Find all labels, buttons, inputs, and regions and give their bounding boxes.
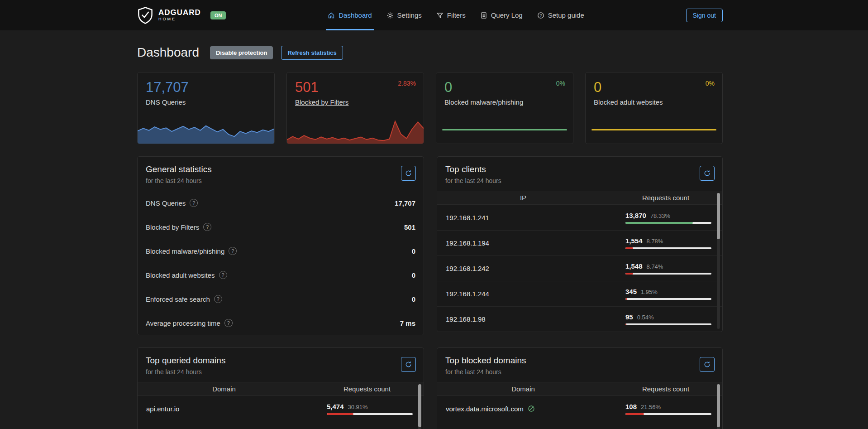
nav-item-filters[interactable]: Filters [436,0,466,30]
page-header: Dashboard Disable protection Refresh sta… [137,45,723,60]
page-title: Dashboard [137,45,199,60]
requests-count: 5,474 [327,403,344,410]
brand-subtitle: HOME [158,17,201,22]
help-icon[interactable]: ? [203,223,211,231]
help-icon[interactable]: ? [214,295,222,303]
nav-item-query-log[interactable]: Query Log [480,0,523,30]
help-icon[interactable]: ? [219,271,227,279]
top-clients-panel: Top clients for the last 24 hours IP Req… [437,156,723,332]
progress-bar [625,273,711,275]
scrollbar-track[interactable] [717,384,720,429]
column-header-domain: Domain [437,382,609,395]
stat-card-dns-queries: 17,707 DNS Queries [137,72,275,144]
protection-status-badge: ON [210,11,226,19]
stat-row-label: Blocked malware/phishing [146,247,224,255]
adguard-home-logo[interactable]: ADGUARD HOME ON [137,7,226,24]
home-icon [328,12,335,19]
client-ip: 192.168.1.98 [446,315,625,323]
stat-row: Blocked malware/phishing? 0 [138,239,424,263]
client-ip: 192.168.1.244 [446,290,625,298]
stat-row-value: 7 ms [400,319,415,327]
top-queried-domains-panel: Top queried domains for the last 24 hour… [137,347,424,429]
scrollbar-thumb[interactable] [717,193,720,239]
stat-row: Blocked by Filters? 501 [138,215,424,239]
refresh-icon [704,170,711,177]
blocked-malware-value: 0 [444,80,565,95]
top-navbar: ADGUARD HOME ON Dashboard Settings Filte… [0,0,868,30]
dashboard-page: Dashboard Disable protection Refresh sta… [137,45,723,429]
stat-cards-row: 17,707 DNS Queries 501 Blocked by Filter… [137,72,723,144]
stat-row-value: 0 [412,295,415,303]
panel-title: General statistics [146,164,415,174]
blocked-circle-icon [528,405,535,412]
refresh-general-statistics-button[interactable] [401,166,416,181]
requests-percent: 8.74% [647,263,663,270]
scrollbar-thumb[interactable] [418,384,421,427]
dns-queries-value: 17,707 [146,80,266,95]
nav-item-label: Setup guide [548,11,584,19]
column-header-requests-count: Requests count [609,191,722,204]
requests-percent: 1.95% [641,289,658,295]
stat-row-label: Average processing time [146,319,220,327]
requests-count: 1,554 [625,237,643,245]
blocked-adult-value: 0 [594,80,714,95]
column-header-ip: IP [437,191,609,204]
refresh-icon [405,361,412,368]
refresh-icon [405,170,412,177]
blocked-filters-link[interactable]: Blocked by Filters [295,98,348,106]
bottom-panels-row: Top queried domains for the last 24 hour… [137,347,723,429]
funnel-icon [436,12,444,19]
dns-queries-label: DNS Queries [146,98,186,106]
nav-item-label: Filters [447,11,466,19]
client-ip: 192.168.1.194 [446,239,625,247]
nav-item-dashboard[interactable]: Dashboard [328,0,372,30]
progress-bar [625,323,711,325]
dns-queries-sparkline [138,118,274,144]
refresh-top-queried-domains-button[interactable] [401,357,416,372]
requests-percent: 21.56% [641,404,661,410]
panel-subtitle: for the last 24 hours [445,177,714,184]
table-row: vortex.data.microsoft.com 10821.56% [437,396,722,421]
stat-row-value: 501 [404,223,415,231]
blocked-adult-label: Blocked adult websites [594,98,663,106]
domain-name: vortex.data.microsoft.com [446,405,524,413]
stat-row-label: DNS Queries [146,199,186,207]
refresh-statistics-button[interactable]: Refresh statistics [281,46,343,60]
refresh-top-clients-button[interactable] [700,166,715,181]
help-icon[interactable]: ? [190,199,198,207]
nav-item-label: Query Log [491,11,523,19]
nav-item-settings[interactable]: Settings [386,0,422,30]
stat-row-label: Blocked adult websites [146,271,215,279]
disable-protection-button[interactable]: Disable protection [210,46,273,59]
domain-name: api.entur.io [146,405,327,413]
panel-subtitle: for the last 24 hours [146,368,415,376]
help-icon[interactable]: ? [229,247,237,255]
table-row: 192.168.1.242 1,5488.74% [437,255,722,281]
stat-row: Blocked adult websites? 0 [138,263,424,287]
requests-count: 13,870 [625,212,646,219]
general-statistics-panel: General statistics for the last 24 hours… [137,156,424,335]
table-header: IP Requests count [437,191,722,205]
scrollbar-thumb[interactable] [717,384,720,427]
progress-bar [625,298,711,300]
help-icon[interactable]: ? [224,319,233,327]
column-header-requests-count: Requests count [310,382,424,395]
blocked-adult-flatline [591,129,716,130]
panel-title: Top queried domains [146,356,415,366]
table-header: Domain Requests count [138,382,424,396]
requests-percent: 78.33% [650,212,670,219]
main-nav: Dashboard Settings Filters Query Log ? S… [328,0,584,30]
sign-out-button[interactable]: Sign out [686,9,723,22]
column-header-requests-count: Requests count [609,382,722,395]
nav-item-setup-guide[interactable]: ? Setup guide [537,0,584,30]
requests-count: 95 [625,313,633,321]
table-row: 192.168.1.98 950.54% [437,306,722,332]
stat-row-label: Blocked by Filters [146,223,199,231]
table-header: Domain Requests count [437,382,722,396]
scrollbar-track[interactable] [418,384,421,429]
refresh-top-blocked-domains-button[interactable] [700,357,715,372]
scrollbar-track[interactable] [717,193,720,329]
table-row: 192.168.1.241 13,87078.33% [437,205,722,230]
table-row: api.entur.io 5,47430.91% [138,396,424,421]
client-ip: 192.168.1.242 [446,265,625,272]
